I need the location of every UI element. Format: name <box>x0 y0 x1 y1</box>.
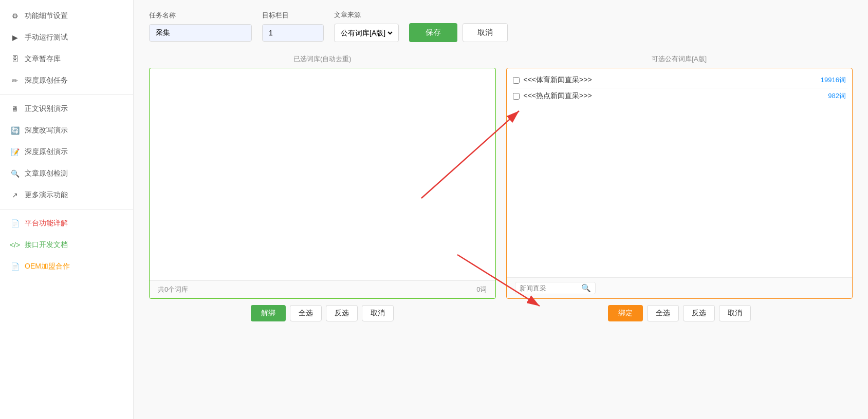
bind-button[interactable]: 绑定 <box>608 305 643 321</box>
left-panel-count-libraries: 共0个词库 <box>158 285 188 294</box>
unbind-button[interactable]: 解绑 <box>251 305 286 321</box>
right-panel-content: <<<体育新闻直采>>> 19916词 <<<热点新闻直采>>> 982词 <box>507 68 853 277</box>
right-panel-box: <<<体育新闻直采>>> 19916词 <<<热点新闻直采>>> 982词 🔍 <box>506 68 853 299</box>
article-source-group: 文章来源 公有词库[A版] 私有词库 其他 <box>334 10 399 42</box>
article-source-select-wrap: 公有词库[A版] 私有词库 其他 <box>334 24 399 42</box>
sidebar-item-more-demo[interactable]: ↗ 更多演示功能 <box>0 184 133 206</box>
sidebar-item-api-doc[interactable]: </> 接口开发文档 <box>0 234 133 256</box>
sidebar-item-deep-rewrite[interactable]: 🔄 深度改写演示 <box>0 120 133 141</box>
arrow-icon: ↗ <box>10 191 20 200</box>
word-item-checkbox-sports[interactable] <box>513 77 520 84</box>
left-panel-actions: 解绑 全选 反选 取消 <box>149 305 496 321</box>
left-panel-footer: 共0个词库 0词 <box>150 280 495 298</box>
sidebar-item-manual-run[interactable]: ▶ 手动运行测试 <box>0 27 133 48</box>
right-panel-title: 可选公有词库[A版] <box>506 54 853 64</box>
word-item-count-hotspot: 982词 <box>828 91 846 101</box>
task-name-label: 任务名称 <box>149 11 252 20</box>
right-inverse-button[interactable]: 反选 <box>683 305 715 321</box>
right-select-all-button[interactable]: 全选 <box>647 305 679 321</box>
sidebar-item-deep-original[interactable]: ✏ 深度原创任务 <box>0 70 133 91</box>
database-icon: 🗄 <box>10 54 20 64</box>
word-item-name-sports: <<<体育新闻直采>>> <box>524 75 821 85</box>
code-icon: </> <box>10 240 20 250</box>
doc-icon: 📄 <box>10 219 20 228</box>
sidebar-item-article-check[interactable]: 🔍 文章原创检测 <box>0 163 133 184</box>
left-inverse-button[interactable]: 反选 <box>326 305 358 321</box>
right-panel-actions: 绑定 全选 反选 取消 <box>506 305 853 321</box>
right-panel-search-input[interactable] <box>520 284 581 292</box>
list-item: <<<热点新闻直采>>> 982词 <box>511 88 848 104</box>
left-panel: 已选词库(自动去重) 共0个词库 0词 解绑 全选 反选 取消 <box>149 54 496 321</box>
left-panel-count-words: 0词 <box>476 285 487 294</box>
main-content: 任务名称 目标栏目 文章来源 公有词库[A版] 私有词库 其他 保存 <box>134 0 868 419</box>
target-column-group: 目标栏目 <box>262 11 324 42</box>
left-cancel-button[interactable]: 取消 <box>362 305 394 321</box>
sidebar-item-platform-detail[interactable]: 📄 平台功能详解 <box>0 213 133 234</box>
left-select-all-button[interactable]: 全选 <box>290 305 322 321</box>
right-cancel-button[interactable]: 取消 <box>719 305 751 321</box>
doc2-icon: 📄 <box>10 262 20 271</box>
monitor-icon: 🖥 <box>10 104 20 113</box>
refresh-icon: 🔄 <box>10 126 20 135</box>
list-item: <<<体育新闻直采>>> 19916词 <box>511 72 848 88</box>
save-button[interactable]: 保存 <box>409 23 457 42</box>
word-item-count-sports: 19916词 <box>821 75 846 85</box>
target-column-input[interactable] <box>262 24 324 42</box>
right-panel-footer: 🔍 <box>507 277 853 298</box>
right-panel: 可选公有词库[A版] <<<体育新闻直采>>> 19916词 <<<热点新闻直采… <box>506 54 853 321</box>
search-icon: 🔍 <box>10 169 20 178</box>
article-source-select[interactable]: 公有词库[A版] 私有词库 其他 <box>339 28 394 37</box>
sidebar-item-text-recognition[interactable]: 🖥 正文识别演示 <box>0 98 133 120</box>
gear-icon: ⚙ <box>10 11 20 21</box>
play-icon: ▶ <box>10 33 20 42</box>
app-layout: ⚙ 功能细节设置 ▶ 手动运行测试 🗄 文章暂存库 ✏ 深度原创任务 🖥 正文识… <box>0 0 868 419</box>
cancel-button[interactable]: 取消 <box>463 23 508 42</box>
word-item-checkbox-hotspot[interactable] <box>513 93 520 100</box>
article-source-label: 文章来源 <box>334 10 399 20</box>
search-icon[interactable]: 🔍 <box>581 283 591 293</box>
word-item-name-hotspot: <<<热点新闻直采>>> <box>524 91 828 101</box>
sidebar-item-article-draft[interactable]: 🗄 文章暂存库 <box>0 48 133 70</box>
edit-icon: ✏ <box>10 76 20 85</box>
task-name-input[interactable] <box>149 24 252 42</box>
task-name-group: 任务名称 <box>149 11 252 42</box>
search-wrap: 🔍 <box>515 282 596 294</box>
sidebar: ⚙ 功能细节设置 ▶ 手动运行测试 🗄 文章暂存库 ✏ 深度原创任务 🖥 正文识… <box>0 0 134 419</box>
edit2-icon: 📝 <box>10 147 20 157</box>
target-column-label: 目标栏目 <box>262 11 324 20</box>
sidebar-item-feature-settings[interactable]: ⚙ 功能细节设置 <box>0 5 133 27</box>
panels-container: 已选词库(自动去重) 共0个词库 0词 解绑 全选 反选 取消 <box>149 54 853 321</box>
sidebar-divider-1 <box>0 94 133 95</box>
form-actions: 保存 取消 <box>409 23 508 42</box>
left-panel-box: 共0个词库 0词 <box>149 68 496 299</box>
left-panel-content <box>150 68 495 280</box>
sidebar-divider-2 <box>0 209 133 209</box>
sidebar-item-oem[interactable]: 📄 OEM加盟合作 <box>0 256 133 277</box>
sidebar-item-deep-original-demo[interactable]: 📝 深度原创演示 <box>0 141 133 163</box>
form-row: 任务名称 目标栏目 文章来源 公有词库[A版] 私有词库 其他 保存 <box>149 10 853 42</box>
left-panel-title: 已选词库(自动去重) <box>149 54 496 64</box>
